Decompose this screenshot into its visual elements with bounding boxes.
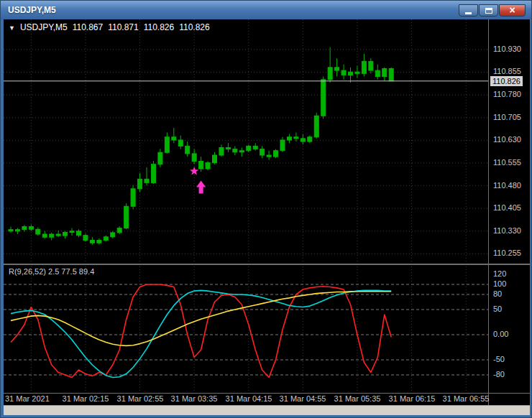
arrow-up-signal-icon xyxy=(196,180,206,193)
time-axis-label: 31 Mar 03:35 xyxy=(171,394,218,403)
window-bottom-strip xyxy=(4,405,530,415)
time-axis-label: 31 Mar 06:55 xyxy=(443,394,490,403)
indicator-axis-label: 80 xyxy=(493,289,502,298)
close-icon: × xyxy=(509,5,515,15)
price-axis-label: 110.930 xyxy=(493,45,521,53)
indicator-axis-label: 100 xyxy=(493,279,506,288)
indicator-axis-label: 50 xyxy=(493,305,502,313)
maximize-button[interactable] xyxy=(479,4,498,17)
ohlc-low: 110.826 xyxy=(144,22,175,32)
minimize-icon xyxy=(465,12,472,14)
star-signal-icon xyxy=(190,167,198,175)
price-axis-label: 110.405 xyxy=(493,203,521,212)
ohlc-open: 110.867 xyxy=(73,22,104,32)
price-axis-label: 110.630 xyxy=(493,135,521,144)
time-axis-label: 31 Mar 02:15 xyxy=(63,394,109,403)
time-axis-label: 31 Mar 2021 xyxy=(5,394,50,403)
time-axis-label: 31 Mar 04:55 xyxy=(280,394,326,403)
indicator-axis-label: -80 xyxy=(493,370,505,378)
indicator-axis-label: 120 xyxy=(493,269,506,278)
time-axis-label: 31 Mar 04:15 xyxy=(226,394,272,403)
chart-area[interactable]: ▼USDJPY,M5110.867110.871110.826110.826 R… xyxy=(4,19,530,405)
price-axis-label: 110.255 xyxy=(493,249,521,257)
chart-canvas[interactable] xyxy=(4,19,530,405)
time-axis-label: 31 Mar 05:35 xyxy=(334,394,381,403)
price-axis-label: 110.330 xyxy=(493,226,521,235)
price-axis-label: 110.855 xyxy=(493,67,521,75)
indicator-axis-label: 0.00 xyxy=(493,330,508,338)
current-price-tag: 110.826 xyxy=(490,76,523,86)
price-axis-label: 110.555 xyxy=(493,158,521,167)
price-axis-label: 110.480 xyxy=(493,181,521,190)
mt4-chart-window: USDJPY,M5 × ▼USDJPY,M5110.867110.871110.… xyxy=(0,0,532,418)
time-axis-label: 31 Mar 02:55 xyxy=(117,394,164,403)
window-controls: × xyxy=(459,4,526,17)
ohlc-high: 110.871 xyxy=(108,22,139,32)
price-axis-label: 110.705 xyxy=(493,113,521,121)
indicator-axis-label: -50 xyxy=(493,355,505,363)
ohlc-readout: ▼USDJPY,M5110.867110.871110.826110.826 xyxy=(9,22,215,32)
price-axis-label: 110.780 xyxy=(493,90,521,98)
maximize-icon xyxy=(485,8,492,14)
ohlc-close: 110.826 xyxy=(179,22,210,32)
ohlc-symbol: USDJPY,M5 xyxy=(20,22,68,32)
close-button[interactable]: × xyxy=(499,4,526,17)
symbol-dropdown-icon[interactable]: ▼ xyxy=(9,24,15,32)
time-axis-label: 31 Mar 06:15 xyxy=(389,394,436,403)
minimize-button[interactable] xyxy=(459,4,478,17)
window-title: USDJPY,M5 xyxy=(8,5,56,15)
titlebar[interactable]: USDJPY,M5 × xyxy=(1,1,531,19)
indicator-label: R(9,26,52) 2.5 77.5 89.4 xyxy=(9,267,94,276)
